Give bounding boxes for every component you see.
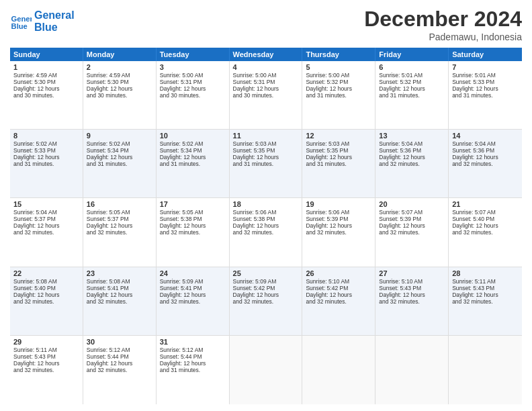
day-cell-28: 28Sunrise: 5:11 AMSunset: 5:43 PMDayligh… <box>449 267 522 335</box>
day-number: 16 <box>87 200 152 208</box>
day-info-line: Sunrise: 5:03 AM <box>233 140 299 147</box>
day-number: 17 <box>160 200 226 208</box>
day-cell-30: 30Sunrise: 5:12 AMSunset: 5:44 PMDayligh… <box>83 336 157 404</box>
day-info-line: Sunset: 5:35 PM <box>306 147 371 154</box>
day-number: 12 <box>306 132 371 140</box>
day-info-line: Sunset: 5:30 PM <box>87 79 152 85</box>
day-info-line: Sunrise: 5:00 AM <box>160 72 226 79</box>
day-cell-3: 3Sunrise: 5:00 AMSunset: 5:31 PMDaylight… <box>157 61 230 129</box>
calendar-body: 1Sunrise: 4:59 AMSunset: 5:30 PMDaylight… <box>10 61 522 404</box>
day-info-line: Sunrise: 5:05 AM <box>160 209 226 216</box>
day-info-line: Sunset: 5:43 PM <box>13 353 79 360</box>
day-info-line: Daylight: 12 hours <box>379 85 445 92</box>
day-info-line: Daylight: 12 hours <box>452 85 519 92</box>
header-day-saturday: Saturday <box>449 48 522 61</box>
day-info-line: Sunset: 5:36 PM <box>379 147 445 154</box>
day-info-line: and 32 minutes. <box>452 161 519 167</box>
day-info-line: and 32 minutes. <box>87 229 152 236</box>
day-info-line: Sunrise: 5:06 AM <box>306 209 371 216</box>
day-info-line: and 32 minutes. <box>13 229 79 236</box>
day-cell-13: 13Sunrise: 5:04 AMSunset: 5:36 PMDayligh… <box>375 130 449 197</box>
location: Pademawu, Indonesia <box>364 32 522 42</box>
day-info-line: Daylight: 12 hours <box>379 291 445 298</box>
day-info-line: Daylight: 12 hours <box>452 154 519 161</box>
day-cell-18: 18Sunrise: 5:06 AMSunset: 5:38 PMDayligh… <box>230 198 303 266</box>
day-info-line: Daylight: 12 hours <box>452 291 519 298</box>
calendar: SundayMondayTuesdayWednesdayThursdayFrid… <box>10 48 522 404</box>
day-cell-15: 15Sunrise: 5:04 AMSunset: 5:37 PMDayligh… <box>10 198 83 266</box>
day-info-line: and 32 minutes. <box>13 367 79 373</box>
day-info-line: and 32 minutes. <box>306 229 371 236</box>
calendar-row-2: 8Sunrise: 5:02 AMSunset: 5:33 PMDaylight… <box>10 130 522 198</box>
day-number: 11 <box>233 132 299 140</box>
day-info-line: Daylight: 12 hours <box>13 360 79 367</box>
day-info-line: Sunset: 5:42 PM <box>233 285 299 291</box>
calendar-row-5: 29Sunrise: 5:11 AMSunset: 5:43 PMDayligh… <box>10 336 522 404</box>
day-info-line: Daylight: 12 hours <box>160 222 226 229</box>
day-info-line: Daylight: 12 hours <box>160 360 226 367</box>
day-info-line: and 30 minutes. <box>13 92 79 99</box>
day-info-line: and 32 minutes. <box>379 161 445 167</box>
calendar-row-1: 1Sunrise: 4:59 AMSunset: 5:30 PMDaylight… <box>10 61 522 130</box>
day-cell-6: 6Sunrise: 5:01 AMSunset: 5:32 PMDaylight… <box>375 61 449 129</box>
svg-text:General: General <box>11 15 32 23</box>
day-cell-14: 14Sunrise: 5:04 AMSunset: 5:36 PMDayligh… <box>449 130 522 197</box>
day-info-line: Sunset: 5:40 PM <box>13 285 79 291</box>
day-info-line: Sunset: 5:42 PM <box>306 285 371 291</box>
day-info-line: Sunrise: 5:06 AM <box>233 209 299 216</box>
day-info-line: Sunrise: 5:00 AM <box>306 72 371 79</box>
day-info-line: Sunset: 5:41 PM <box>160 285 226 291</box>
empty-cell <box>302 336 375 404</box>
day-info-line: Sunrise: 5:08 AM <box>87 278 152 285</box>
empty-cell <box>375 336 449 404</box>
day-info-line: Daylight: 12 hours <box>233 291 299 298</box>
day-info-line: Daylight: 12 hours <box>379 154 445 161</box>
month-title: December 2024 <box>364 7 522 32</box>
day-info-line: Sunrise: 5:04 AM <box>379 140 445 147</box>
day-cell-4: 4Sunrise: 5:00 AMSunset: 5:31 PMDaylight… <box>230 61 303 129</box>
day-info-line: Sunrise: 5:01 AM <box>452 72 519 79</box>
day-cell-17: 17Sunrise: 5:05 AMSunset: 5:38 PMDayligh… <box>157 198 230 266</box>
logo-icon: General Blue <box>10 11 32 32</box>
day-info-line: and 31 minutes. <box>306 161 371 167</box>
day-number: 26 <box>306 269 371 277</box>
day-info-line: Sunset: 5:32 PM <box>306 79 371 85</box>
day-info-line: Daylight: 12 hours <box>13 154 79 161</box>
day-info-line: Sunset: 5:39 PM <box>379 216 445 222</box>
day-info-line: Sunrise: 5:03 AM <box>306 140 371 147</box>
day-cell-11: 11Sunrise: 5:03 AMSunset: 5:35 PMDayligh… <box>230 130 303 197</box>
day-cell-9: 9Sunrise: 5:02 AMSunset: 5:34 PMDaylight… <box>83 130 157 197</box>
day-info-line: Sunset: 5:41 PM <box>87 285 152 291</box>
day-number: 9 <box>87 132 152 140</box>
day-info-line: Sunset: 5:30 PM <box>13 79 79 85</box>
day-cell-10: 10Sunrise: 5:02 AMSunset: 5:34 PMDayligh… <box>157 130 230 197</box>
day-cell-19: 19Sunrise: 5:06 AMSunset: 5:39 PMDayligh… <box>302 198 375 266</box>
day-number: 22 <box>13 269 79 277</box>
day-number: 30 <box>87 338 152 346</box>
day-cell-26: 26Sunrise: 5:10 AMSunset: 5:42 PMDayligh… <box>302 267 375 335</box>
day-info-line: and 31 minutes. <box>379 92 445 99</box>
day-info-line: and 31 minutes. <box>160 161 226 167</box>
day-info-line: and 32 minutes. <box>452 229 519 236</box>
day-info-line: Sunrise: 5:11 AM <box>13 347 79 353</box>
logo: General Blue General Blue <box>10 9 75 33</box>
day-cell-27: 27Sunrise: 5:10 AMSunset: 5:43 PMDayligh… <box>375 267 449 335</box>
day-info-line: Sunrise: 5:04 AM <box>452 140 519 147</box>
day-info-line: Sunrise: 5:07 AM <box>452 209 519 216</box>
day-info-line: Sunset: 5:40 PM <box>452 216 519 222</box>
day-info-line: Sunset: 5:34 PM <box>87 147 152 154</box>
day-cell-20: 20Sunrise: 5:07 AMSunset: 5:39 PMDayligh… <box>375 198 449 266</box>
day-number: 3 <box>160 63 226 71</box>
day-info-line: Sunset: 5:38 PM <box>160 216 226 222</box>
day-info-line: Sunset: 5:37 PM <box>13 216 79 222</box>
empty-cell <box>449 336 522 404</box>
day-info-line: Daylight: 12 hours <box>233 85 299 92</box>
day-number: 7 <box>452 63 519 71</box>
header: General Blue General Blue December 2024 … <box>10 7 522 42</box>
day-info-line: Daylight: 12 hours <box>87 291 152 298</box>
logo-line2: Blue <box>34 21 75 34</box>
day-info-line: Sunrise: 5:02 AM <box>160 140 226 147</box>
day-info-line: and 31 minutes. <box>306 92 371 99</box>
day-number: 4 <box>233 63 299 71</box>
day-number: 8 <box>13 132 79 140</box>
